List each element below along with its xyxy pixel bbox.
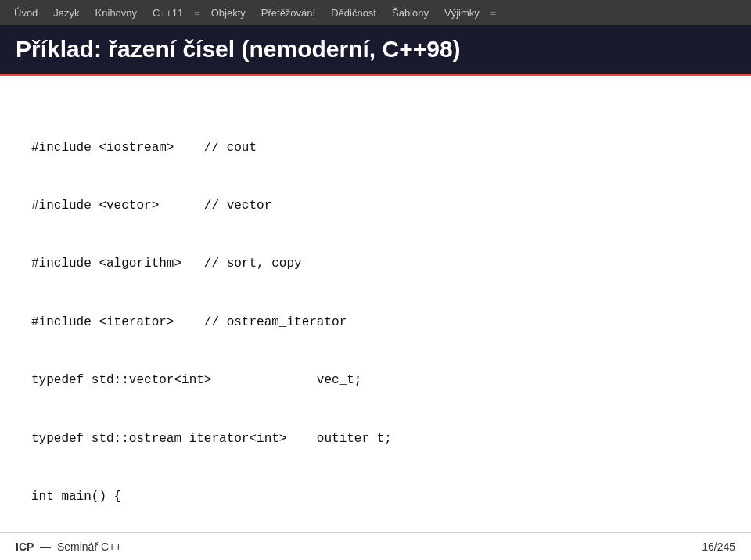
nav-uvod[interactable]: Úvod [8,4,44,22]
nav-sablony[interactable]: Šablony [386,4,435,22]
code-line-5: typedef std::vector<int> vec_t; [31,371,720,390]
footer-label: ICP [16,540,34,553]
footer-page: 16/245 [702,540,735,553]
code-line-2: #include <vector> // vector [31,196,720,216]
nav-sep1: = [192,7,202,19]
nav-cpp11[interactable]: C++11 [146,4,189,22]
navbar: Úvod Jazyk Knihovny C++11 = Objekty Přet… [0,0,751,25]
page-title: Příklad: řazení čísel (nemoderní, C++98) [16,36,735,63]
nav-dedicnost[interactable]: Dědičnost [325,4,383,22]
footer: ICP — Seminář C++ 16/245 [0,532,751,560]
code-line-4: #include <iterator> // ostream_iterator [31,313,720,332]
footer-left: ICP — Seminář C++ [16,540,121,553]
nav-pretezovani[interactable]: Přetěžování [255,4,322,22]
nav-sep2: = [489,7,498,19]
code-line-3: #include <algorithm> // sort, copy [31,254,720,274]
code-block: #include <iostream> // cout #include <ve… [31,99,720,560]
titlebar: Příklad: řazení čísel (nemoderní, C++98) [0,25,751,76]
code-line-6: typedef std::ostream_iterator<int> outit… [31,429,720,449]
code-line-1: #include <iostream> // cout [31,138,720,158]
nav-knihovny[interactable]: Knihovny [89,4,143,22]
footer-subtitle: Seminář C++ [57,540,121,553]
nav-jazyk[interactable]: Jazyk [47,4,85,22]
main-content: #include <iostream> // cout #include <ve… [0,76,751,560]
code-line-7: int main() { [31,487,720,507]
nav-vyjimky[interactable]: Výjimky [438,4,486,22]
nav-objekty[interactable]: Objekty [205,4,252,22]
